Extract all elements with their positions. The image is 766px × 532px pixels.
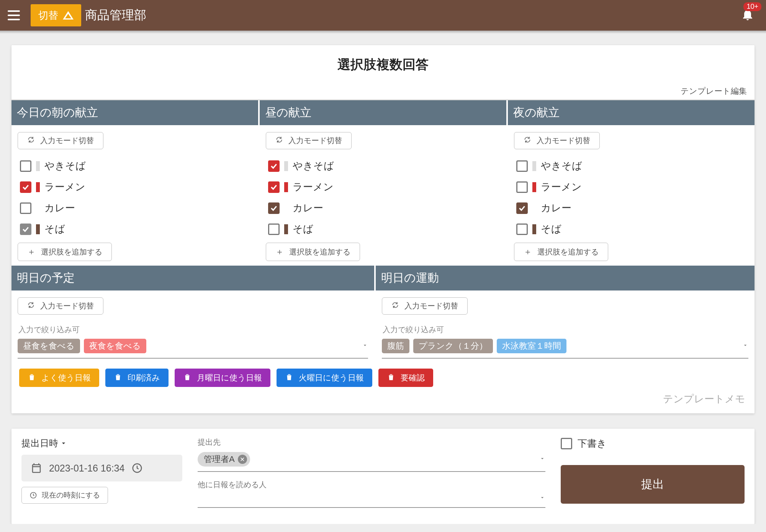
input-mode-toggle-button[interactable]: 入力モード切替 bbox=[514, 132, 600, 149]
readers-label: 他に日報を読める人 bbox=[198, 480, 545, 490]
remove-chip-icon[interactable]: ✕ bbox=[238, 455, 247, 464]
switch-label: 切替 bbox=[38, 9, 58, 22]
option-row: ラーメン bbox=[18, 176, 252, 197]
datetime-value: 2023-01-16 16:34 bbox=[49, 463, 124, 474]
color-tag bbox=[532, 224, 536, 234]
option-label: カレー bbox=[293, 201, 323, 215]
topbar: 切替 商品管理部 10+ bbox=[0, 0, 766, 31]
datetime-picker[interactable]: 2023-01-16 16:34 bbox=[21, 455, 182, 481]
draft-checkbox[interactable] bbox=[561, 438, 572, 449]
input-mode-toggle-button[interactable]: 入力モード切替 bbox=[382, 297, 468, 315]
submit-button[interactable]: 提出 bbox=[561, 465, 745, 504]
trash-icon bbox=[183, 373, 192, 383]
color-tag bbox=[284, 161, 288, 171]
checkbox[interactable] bbox=[20, 181, 31, 193]
checkbox[interactable] bbox=[516, 202, 528, 214]
triangle-up-icon bbox=[63, 11, 74, 20]
option-row: そば bbox=[514, 219, 748, 240]
option-row: そば bbox=[18, 219, 252, 240]
option-row: やきそば bbox=[266, 155, 500, 176]
add-option-button[interactable]: ＋選択肢を追加する bbox=[266, 243, 360, 261]
main-card: 選択肢複数回答 テンプレート編集 今日の朝の献立入力モード切替やきそばラーメンカ… bbox=[11, 45, 755, 413]
tag-button[interactable]: 印刷済み bbox=[105, 369, 169, 387]
plan-columns: 明日の予定入力モード切替入力で絞り込み可昼食を食べる夜食を食べる明日の運動入力モ… bbox=[11, 266, 755, 363]
template-memo-link[interactable]: テンプレートメモ bbox=[11, 387, 755, 406]
switch-button[interactable]: 切替 bbox=[31, 4, 81, 26]
template-edit-link[interactable]: テンプレート編集 bbox=[11, 86, 755, 100]
checkbox[interactable] bbox=[268, 181, 280, 193]
tag-button[interactable]: 火曜日に使う日報 bbox=[277, 369, 372, 387]
calendar-icon bbox=[31, 462, 42, 474]
color-tag bbox=[284, 203, 288, 213]
checkbox[interactable] bbox=[516, 160, 528, 172]
destination-label: 提出先 bbox=[198, 437, 545, 447]
checkbox[interactable] bbox=[516, 224, 528, 235]
chevron-down-icon bbox=[362, 342, 368, 350]
color-tag bbox=[36, 161, 40, 171]
tag-button[interactable]: 月曜日に使う日報 bbox=[175, 369, 270, 387]
chip: プランク（１分） bbox=[413, 339, 493, 353]
refresh-icon bbox=[27, 301, 35, 311]
chip: 水泳教室１時間 bbox=[497, 339, 566, 353]
chip: 腹筋 bbox=[382, 339, 409, 353]
hamburger-menu-icon[interactable] bbox=[8, 8, 23, 23]
column-header: 夜の献立 bbox=[508, 100, 755, 125]
person-chip: 管理者A ✕ bbox=[198, 452, 250, 467]
option-label: そば bbox=[44, 222, 65, 236]
column-header: 昼の献立 bbox=[260, 100, 506, 125]
draft-row: 下書き bbox=[561, 437, 745, 450]
tag-bar: よく使う日報印刷済み月曜日に使う日報火曜日に使う日報要確認 bbox=[11, 363, 755, 387]
input-mode-toggle-button[interactable]: 入力モード切替 bbox=[266, 132, 352, 149]
plan-column: 明日の運動入力モード切替入力で絞り込み可腹筋プランク（１分）水泳教室１時間 bbox=[376, 266, 755, 363]
checkbox[interactable] bbox=[268, 224, 280, 235]
checkbox[interactable] bbox=[20, 160, 31, 172]
menu-columns: 今日の朝の献立入力モード切替やきそばラーメンカレーそば＋選択肢を追加する昼の献立… bbox=[11, 100, 755, 266]
set-now-button[interactable]: 現在の時刻にする bbox=[21, 487, 108, 504]
datetime-label: 提出日時 bbox=[21, 437, 182, 449]
add-option-button[interactable]: ＋選択肢を追加する bbox=[18, 243, 112, 261]
filter-hint: 入力で絞り込み可 bbox=[18, 325, 368, 335]
chevron-down-icon bbox=[742, 342, 748, 350]
color-tag bbox=[532, 161, 536, 171]
destination-field[interactable]: 管理者A ✕ bbox=[198, 450, 545, 472]
readers-field[interactable] bbox=[198, 492, 545, 508]
plus-icon: ＋ bbox=[524, 246, 532, 258]
option-row: カレー bbox=[18, 197, 252, 219]
destination-section: 提出先 管理者A ✕ 他に日報を読める人 bbox=[198, 437, 545, 516]
clock-icon bbox=[29, 491, 37, 499]
input-mode-toggle-button[interactable]: 入力モード切替 bbox=[18, 297, 103, 315]
option-label: ラーメン bbox=[293, 180, 334, 194]
refresh-icon bbox=[524, 136, 531, 145]
add-option-button[interactable]: ＋選択肢を追加する bbox=[514, 243, 608, 261]
tag-button[interactable]: よく使う日報 bbox=[19, 369, 99, 387]
checkbox[interactable] bbox=[20, 224, 31, 235]
chip: 昼食を食べる bbox=[18, 339, 80, 353]
refresh-icon bbox=[391, 301, 399, 311]
submit-section: 下書き 提出 bbox=[561, 437, 745, 516]
tag-button[interactable]: 要確認 bbox=[378, 369, 433, 387]
color-tag bbox=[36, 182, 40, 192]
notification-badge: 10+ bbox=[743, 2, 761, 11]
checkbox[interactable] bbox=[268, 202, 280, 214]
option-row: カレー bbox=[514, 197, 748, 219]
triangle-down-icon bbox=[60, 439, 67, 447]
chip-select[interactable]: 腹筋プランク（１分）水泳教室１時間 bbox=[382, 337, 748, 359]
color-tag bbox=[284, 182, 288, 192]
notifications-button[interactable]: 10+ bbox=[741, 8, 758, 23]
menu-column: 今日の朝の献立入力モード切替やきそばラーメンカレーそば＋選択肢を追加する bbox=[11, 100, 260, 266]
option-row: カレー bbox=[266, 197, 500, 219]
checkbox[interactable] bbox=[20, 202, 31, 214]
input-mode-toggle-button[interactable]: 入力モード切替 bbox=[18, 132, 103, 149]
column-header: 明日の予定 bbox=[11, 266, 374, 290]
plus-icon: ＋ bbox=[27, 246, 36, 258]
option-label: カレー bbox=[44, 201, 75, 215]
menu-column: 夜の献立入力モード切替やきそばラーメンカレーそば＋選択肢を追加する bbox=[508, 100, 755, 266]
menu-column: 昼の献立入力モード切替やきそばラーメンカレーそば＋選択肢を追加する bbox=[260, 100, 508, 266]
chip-select[interactable]: 昼食を食べる夜食を食べる bbox=[18, 337, 368, 359]
checkbox[interactable] bbox=[516, 181, 528, 193]
bell-icon bbox=[741, 16, 755, 23]
color-tag bbox=[36, 203, 40, 213]
option-label: そば bbox=[541, 222, 561, 236]
shadow-divider bbox=[0, 31, 766, 34]
checkbox[interactable] bbox=[268, 160, 280, 172]
